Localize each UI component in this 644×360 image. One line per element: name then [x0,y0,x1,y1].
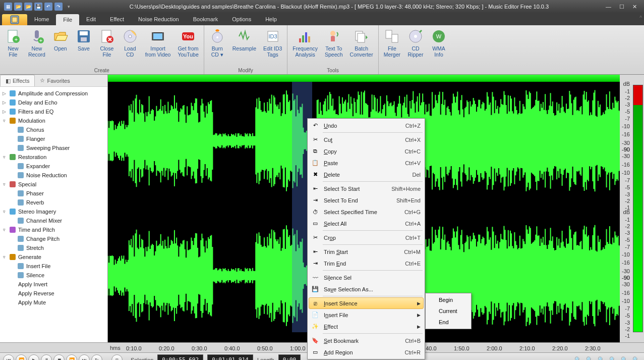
menu-select-all[interactable]: ▭Select AllCtrl+A [309,218,424,229]
ribbon-collapse-icon[interactable]: ^ [639,15,642,21]
ffwd-button[interactable]: ⏩ [66,354,77,361]
close-button[interactable]: ✕ [632,4,637,10]
app-menu-button[interactable] [2,14,27,25]
ribbon-save-button[interactable]: Save [73,26,95,67]
tree-item-filters-and-eq[interactable]: ▷Filters and EQ [1,107,106,116]
tree-item-silence[interactable]: Silence [1,271,106,280]
ribbon-closefile-button[interactable]: CloseFile [96,26,118,67]
tree-item-phaser[interactable]: Phaser [1,189,106,198]
tab-file[interactable]: File [56,14,79,25]
ribbon-batch-button[interactable]: BatchConverter [347,26,376,67]
tree-item-stretch[interactable]: Stretch [1,243,106,252]
tab-home[interactable]: Home [27,13,56,25]
qat-undo-icon[interactable]: ↶ [44,3,52,11]
pause-button[interactable]: ⏸ [41,354,52,361]
menu-cut[interactable]: ✂CutCtrl+X [309,134,424,145]
minimize-button[interactable]: — [606,4,611,10]
tab-edit[interactable]: Edit [79,13,103,25]
menu-delete[interactable]: ✖DeleteDel [309,169,424,180]
tree-item-generate[interactable]: ▿Generate [1,252,106,262]
qat-open2-icon[interactable]: 📂 [24,3,32,11]
maximize-button[interactable]: ☐ [619,4,624,10]
qat-dropdown-icon[interactable]: ▾ [65,3,73,11]
tree-item-delay-and-echo[interactable]: ▷Delay and Echo [1,98,106,107]
goto-start-button[interactable]: ⏮ [3,354,14,361]
tree-item-channel-mixer[interactable]: Channel Mixer [1,216,106,225]
menu-set-bookmark[interactable]: 🔖Set BookmarkCtrl+B [309,335,424,346]
zoom-out-v-icon[interactable]: 🔍 [631,355,641,361]
ribbon-loadcd-button[interactable]: LoadCD [119,26,141,67]
ribbon-getyt-button[interactable]: YouGet fromYouTube [174,26,201,67]
zoom-full-icon[interactable]: 🔍 [608,355,618,361]
menu-select-to-start[interactable]: ⇤Select To StartShift+Home [309,183,424,194]
menu-undo[interactable]: ↶UndoCtrl+Z [309,120,424,131]
tree-item-apply-reverse[interactable]: Apply Reverse [1,289,106,298]
tree-item-flanger[interactable]: Flanger [1,134,106,143]
menu-save-selection-as-[interactable]: 💾Save Selection As... [309,283,424,295]
tab-noise-reduction[interactable]: Noise Reduction [131,13,186,25]
qat-new-icon[interactable]: ▦ [4,3,12,11]
zoom-in-h-icon[interactable]: 🔍 [573,355,583,361]
tab-effect[interactable]: Effect [103,13,131,25]
ribbon-open-button[interactable]: Open [49,26,72,67]
menu-crop[interactable]: ✂CropCtrl+T [309,232,424,243]
tree-item-noise-reduction[interactable]: Noise Reduction [1,171,106,180]
tree-item-amplitude-and-compression[interactable]: ▷Amplitude and Compression [1,89,106,98]
tree-item-chorus[interactable]: Chorus [1,125,106,134]
menu-silence-sel[interactable]: 〰Silence Sel [309,272,424,283]
menu-select-specified-time[interactable]: ⏱Select Specified TimeCtrl+G [309,206,424,218]
qat-redo-icon[interactable]: ↷ [54,3,63,11]
tree-item-expander[interactable]: Expander [1,162,106,171]
menu-insert-file[interactable]: 📄Insert File▶ [309,309,424,321]
menu-paste[interactable]: 📋PasteCtrl+V [309,157,424,169]
qat-save-icon[interactable]: 💾 [34,3,42,11]
ribbon-resample-button[interactable]: Resample [229,26,259,67]
menu-trim-end[interactable]: ⇥Trim EndCtrl+E [309,258,424,269]
loop-button[interactable]: ↻ [91,354,102,361]
menu-copy[interactable]: ⧉CopyCtrl+C [309,145,424,157]
ribbon-newfile-button[interactable]: +NewFile [2,26,24,67]
menu-trim-start[interactable]: ⇤Trim StartCtrl+M [309,246,424,258]
ribbon-wma-button[interactable]: WWMAInfo [428,26,450,72]
submenu-begin[interactable]: Begin [427,294,470,305]
tree-item-modulation[interactable]: ▿Modulation [1,116,106,125]
menu-add-region[interactable]: ▭Add RegionCtrl+R [309,346,424,358]
qat-open-icon[interactable]: 📂 [14,3,22,11]
ribbon-burncd-button[interactable]: BurnCD ▾ [206,26,228,67]
submenu-current[interactable]: Current [427,305,470,317]
tab-options[interactable]: Options [225,13,258,25]
menu-effect[interactable]: ✨Effect▶ [309,321,424,332]
ribbon-editid3-button[interactable]: ID3Edit ID3Tags [260,26,285,67]
ribbon-ripper-button[interactable]: CDRipper [404,26,427,72]
sidebar-tab-effects[interactable]: ◧Effects [0,75,35,86]
tree-item-insert-file[interactable]: Insert File [1,262,106,271]
zoom-sel-icon[interactable]: 🔍 [596,355,606,361]
tree-item-change-pitch[interactable]: Change Pitch [1,234,106,243]
tree-item-restoration[interactable]: ▿Restoration [1,152,106,162]
tree-item-stereo-imagery[interactable]: ▿Stereo Imagery [1,207,106,216]
stop-button[interactable]: ⏹ [53,354,65,361]
ribbon-freq-button[interactable]: FrequencyAnalysis [289,26,321,67]
tree-item-special[interactable]: ▿Special [1,180,106,189]
tree-item-apply-invert[interactable]: Apply Invert [1,280,106,289]
zoom-in-v-icon[interactable]: 🔍 [619,355,629,361]
ribbon-tts-button[interactable]: Text ToSpeech [322,26,346,67]
record-button[interactable]: R [111,354,123,361]
tab-help[interactable]: Help [258,13,284,25]
submenu-end[interactable]: End [427,317,470,328]
rewind-button[interactable]: ⏪ [16,354,27,361]
tree-item-sweeping-phaser[interactable]: Sweeping Phaser [1,143,106,152]
tab-bookmark[interactable]: Bookmark [186,13,225,25]
ribbon-merger-button[interactable]: FileMerger [381,26,403,72]
ribbon-newrec-button[interactable]: +NewRecord [25,26,48,67]
goto-end-button[interactable]: ⏭ [79,354,90,361]
sidebar-tab-favorites[interactable]: ☆Favorites [35,75,75,86]
ribbon-impvid-button[interactable]: Importfrom Video [142,26,174,67]
zoom-out-h-icon[interactable]: 🔍 [584,355,595,361]
menu-select-to-end[interactable]: ⇥Select To EndShift+End [309,194,424,206]
tree-item-apply-mute[interactable]: Apply Mute [1,298,106,307]
menu-insert-silence[interactable]: ⎚Insert Silence▶ [309,297,424,309]
tree-item-time-and-pitch[interactable]: ▿Time and Pitch [1,225,106,234]
tree-item-reverb[interactable]: Reverb [1,198,106,207]
play-button[interactable]: ▶ [28,354,39,361]
